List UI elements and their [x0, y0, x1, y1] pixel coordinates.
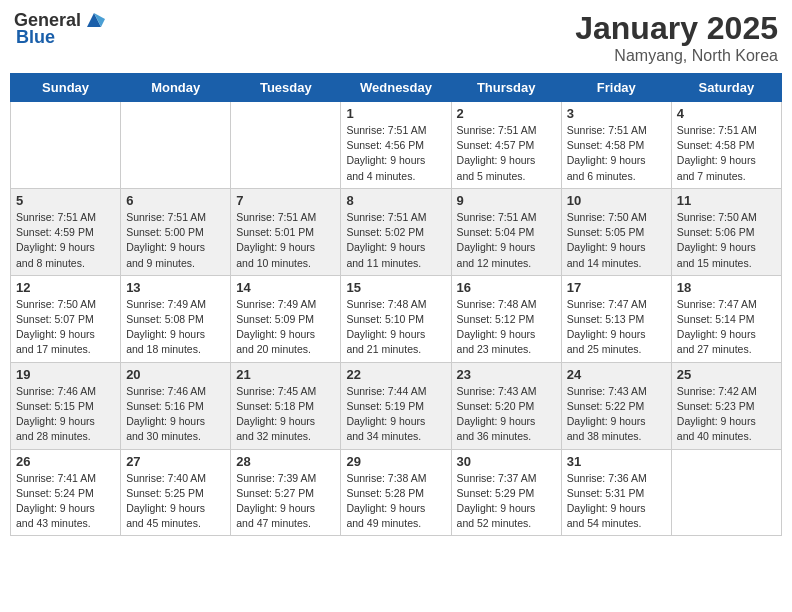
day-number: 9: [457, 193, 556, 208]
day-number: 31: [567, 454, 666, 469]
calendar-cell: 21Sunrise: 7:45 AM Sunset: 5:18 PM Dayli…: [231, 362, 341, 449]
day-of-week-header: Friday: [561, 74, 671, 102]
title-block: January 2025 Namyang, North Korea: [575, 10, 778, 65]
day-info: Sunrise: 7:40 AM Sunset: 5:25 PM Dayligh…: [126, 471, 225, 532]
month-title: January 2025: [575, 10, 778, 47]
day-number: 16: [457, 280, 556, 295]
calendar-cell: [231, 102, 341, 189]
calendar-cell: 31Sunrise: 7:36 AM Sunset: 5:31 PM Dayli…: [561, 449, 671, 536]
day-info: Sunrise: 7:51 AM Sunset: 4:59 PM Dayligh…: [16, 210, 115, 271]
day-info: Sunrise: 7:51 AM Sunset: 4:58 PM Dayligh…: [567, 123, 666, 184]
calendar-cell: 28Sunrise: 7:39 AM Sunset: 5:27 PM Dayli…: [231, 449, 341, 536]
day-of-week-header: Sunday: [11, 74, 121, 102]
day-of-week-header: Tuesday: [231, 74, 341, 102]
day-info: Sunrise: 7:48 AM Sunset: 5:12 PM Dayligh…: [457, 297, 556, 358]
day-info: Sunrise: 7:51 AM Sunset: 5:02 PM Dayligh…: [346, 210, 445, 271]
day-info: Sunrise: 7:47 AM Sunset: 5:13 PM Dayligh…: [567, 297, 666, 358]
calendar-cell: 17Sunrise: 7:47 AM Sunset: 5:13 PM Dayli…: [561, 275, 671, 362]
day-number: 2: [457, 106, 556, 121]
calendar-cell: 19Sunrise: 7:46 AM Sunset: 5:15 PM Dayli…: [11, 362, 121, 449]
day-info: Sunrise: 7:43 AM Sunset: 5:20 PM Dayligh…: [457, 384, 556, 445]
calendar-week-row: 5Sunrise: 7:51 AM Sunset: 4:59 PM Daylig…: [11, 188, 782, 275]
calendar-cell: 6Sunrise: 7:51 AM Sunset: 5:00 PM Daylig…: [121, 188, 231, 275]
calendar-cell: 22Sunrise: 7:44 AM Sunset: 5:19 PM Dayli…: [341, 362, 451, 449]
calendar-cell: 29Sunrise: 7:38 AM Sunset: 5:28 PM Dayli…: [341, 449, 451, 536]
calendar-week-row: 1Sunrise: 7:51 AM Sunset: 4:56 PM Daylig…: [11, 102, 782, 189]
day-number: 17: [567, 280, 666, 295]
day-number: 24: [567, 367, 666, 382]
calendar-cell: 27Sunrise: 7:40 AM Sunset: 5:25 PM Dayli…: [121, 449, 231, 536]
day-info: Sunrise: 7:51 AM Sunset: 4:57 PM Dayligh…: [457, 123, 556, 184]
day-of-week-header: Thursday: [451, 74, 561, 102]
calendar-cell: 9Sunrise: 7:51 AM Sunset: 5:04 PM Daylig…: [451, 188, 561, 275]
day-number: 18: [677, 280, 776, 295]
day-number: 22: [346, 367, 445, 382]
location-title: Namyang, North Korea: [575, 47, 778, 65]
day-info: Sunrise: 7:49 AM Sunset: 5:08 PM Dayligh…: [126, 297, 225, 358]
day-info: Sunrise: 7:50 AM Sunset: 5:06 PM Dayligh…: [677, 210, 776, 271]
calendar-cell: 23Sunrise: 7:43 AM Sunset: 5:20 PM Dayli…: [451, 362, 561, 449]
calendar-cell: 24Sunrise: 7:43 AM Sunset: 5:22 PM Dayli…: [561, 362, 671, 449]
day-info: Sunrise: 7:51 AM Sunset: 5:00 PM Dayligh…: [126, 210, 225, 271]
calendar-cell: 4Sunrise: 7:51 AM Sunset: 4:58 PM Daylig…: [671, 102, 781, 189]
day-info: Sunrise: 7:45 AM Sunset: 5:18 PM Dayligh…: [236, 384, 335, 445]
day-number: 26: [16, 454, 115, 469]
logo: General Blue: [14, 10, 105, 48]
calendar-cell: 14Sunrise: 7:49 AM Sunset: 5:09 PM Dayli…: [231, 275, 341, 362]
calendar-cell: 13Sunrise: 7:49 AM Sunset: 5:08 PM Dayli…: [121, 275, 231, 362]
day-number: 21: [236, 367, 335, 382]
calendar-cell: 26Sunrise: 7:41 AM Sunset: 5:24 PM Dayli…: [11, 449, 121, 536]
calendar-cell: 1Sunrise: 7:51 AM Sunset: 4:56 PM Daylig…: [341, 102, 451, 189]
day-number: 28: [236, 454, 335, 469]
day-number: 1: [346, 106, 445, 121]
day-number: 11: [677, 193, 776, 208]
day-number: 19: [16, 367, 115, 382]
day-number: 4: [677, 106, 776, 121]
day-of-week-header: Wednesday: [341, 74, 451, 102]
day-info: Sunrise: 7:43 AM Sunset: 5:22 PM Dayligh…: [567, 384, 666, 445]
day-number: 3: [567, 106, 666, 121]
day-info: Sunrise: 7:37 AM Sunset: 5:29 PM Dayligh…: [457, 471, 556, 532]
day-number: 23: [457, 367, 556, 382]
calendar-cell: 7Sunrise: 7:51 AM Sunset: 5:01 PM Daylig…: [231, 188, 341, 275]
calendar-cell: 2Sunrise: 7:51 AM Sunset: 4:57 PM Daylig…: [451, 102, 561, 189]
day-number: 14: [236, 280, 335, 295]
day-info: Sunrise: 7:46 AM Sunset: 5:16 PM Dayligh…: [126, 384, 225, 445]
day-number: 12: [16, 280, 115, 295]
calendar-cell: 10Sunrise: 7:50 AM Sunset: 5:05 PM Dayli…: [561, 188, 671, 275]
day-info: Sunrise: 7:50 AM Sunset: 5:05 PM Dayligh…: [567, 210, 666, 271]
day-number: 7: [236, 193, 335, 208]
day-info: Sunrise: 7:42 AM Sunset: 5:23 PM Dayligh…: [677, 384, 776, 445]
day-info: Sunrise: 7:39 AM Sunset: 5:27 PM Dayligh…: [236, 471, 335, 532]
day-number: 10: [567, 193, 666, 208]
day-number: 8: [346, 193, 445, 208]
calendar-cell: 20Sunrise: 7:46 AM Sunset: 5:16 PM Dayli…: [121, 362, 231, 449]
calendar-cell: 11Sunrise: 7:50 AM Sunset: 5:06 PM Dayli…: [671, 188, 781, 275]
calendar-cell: 12Sunrise: 7:50 AM Sunset: 5:07 PM Dayli…: [11, 275, 121, 362]
calendar-cell: 16Sunrise: 7:48 AM Sunset: 5:12 PM Dayli…: [451, 275, 561, 362]
calendar-week-row: 12Sunrise: 7:50 AM Sunset: 5:07 PM Dayli…: [11, 275, 782, 362]
day-info: Sunrise: 7:36 AM Sunset: 5:31 PM Dayligh…: [567, 471, 666, 532]
calendar-cell: 5Sunrise: 7:51 AM Sunset: 4:59 PM Daylig…: [11, 188, 121, 275]
calendar-cell: 25Sunrise: 7:42 AM Sunset: 5:23 PM Dayli…: [671, 362, 781, 449]
day-number: 15: [346, 280, 445, 295]
day-info: Sunrise: 7:48 AM Sunset: 5:10 PM Dayligh…: [346, 297, 445, 358]
day-number: 30: [457, 454, 556, 469]
day-number: 27: [126, 454, 225, 469]
calendar-cell: 15Sunrise: 7:48 AM Sunset: 5:10 PM Dayli…: [341, 275, 451, 362]
day-info: Sunrise: 7:51 AM Sunset: 5:01 PM Dayligh…: [236, 210, 335, 271]
calendar-cell: 8Sunrise: 7:51 AM Sunset: 5:02 PM Daylig…: [341, 188, 451, 275]
calendar-cell: [671, 449, 781, 536]
calendar-cell: 3Sunrise: 7:51 AM Sunset: 4:58 PM Daylig…: [561, 102, 671, 189]
logo-icon: [83, 9, 105, 31]
day-info: Sunrise: 7:46 AM Sunset: 5:15 PM Dayligh…: [16, 384, 115, 445]
day-number: 20: [126, 367, 225, 382]
day-info: Sunrise: 7:44 AM Sunset: 5:19 PM Dayligh…: [346, 384, 445, 445]
day-info: Sunrise: 7:49 AM Sunset: 5:09 PM Dayligh…: [236, 297, 335, 358]
calendar-cell: [121, 102, 231, 189]
logo-blue: Blue: [16, 27, 55, 48]
day-info: Sunrise: 7:38 AM Sunset: 5:28 PM Dayligh…: [346, 471, 445, 532]
day-number: 6: [126, 193, 225, 208]
day-info: Sunrise: 7:51 AM Sunset: 4:58 PM Dayligh…: [677, 123, 776, 184]
calendar-week-row: 19Sunrise: 7:46 AM Sunset: 5:15 PM Dayli…: [11, 362, 782, 449]
